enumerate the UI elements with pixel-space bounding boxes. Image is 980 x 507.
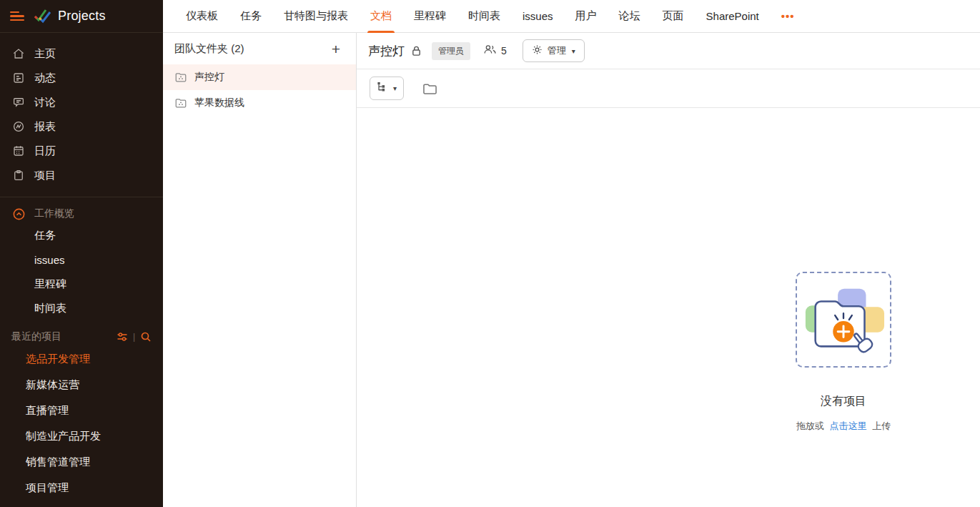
main-panel: 声控灯 管理员 5 管理 — [357, 33, 980, 507]
tab-pages[interactable]: 页面 — [663, 0, 684, 33]
sidebar-item-label: 动态 — [34, 72, 56, 85]
documents-toolbar: ▾ — [357, 69, 980, 108]
tab-tasks[interactable]: 任务 — [240, 0, 262, 33]
work-overview-header[interactable]: 工作概览 — [0, 205, 163, 223]
role-badge: 管理员 — [432, 42, 470, 60]
tab-sharepoint[interactable]: SharePoint — [706, 0, 759, 33]
app-root: Projects 主页 动态 — [0, 0, 980, 507]
members-button[interactable]: 5 — [483, 44, 507, 58]
header-divider: | — [133, 332, 135, 342]
document-header: 声控灯 管理员 5 管理 — [357, 33, 980, 69]
tab-milestones[interactable]: 里程碑 — [414, 0, 446, 33]
caret-down-icon: ▾ — [393, 84, 397, 92]
recent-project-item[interactable]: 直播管理 — [0, 398, 163, 423]
tree-view-icon — [377, 82, 387, 95]
sidebar-item-label: 项目 — [34, 169, 56, 182]
logo-row: Projects — [0, 0, 163, 33]
sidebar-item-label: 报表 — [34, 120, 56, 134]
sidebar-item-label: 讨论 — [34, 96, 56, 109]
recent-project-item[interactable]: 选品开发管理 — [0, 346, 163, 372]
top-nav: 仪表板 任务 甘特图与报表 文档 里程碑 时间表 issues 用户 论坛 页面… — [163, 0, 980, 33]
upload-drop-zone[interactable] — [796, 272, 891, 368]
sidebar: Projects 主页 动态 — [0, 0, 163, 507]
sidebar-item-reports[interactable]: 报表 — [0, 114, 163, 139]
gear-icon — [532, 44, 543, 57]
work-overview-item-issues[interactable]: issues — [0, 247, 163, 272]
recent-projects-header: 最近的项目 | — [0, 328, 163, 346]
filter-icon[interactable] — [117, 331, 128, 343]
recent-project-item[interactable]: 销售管道管理 — [0, 449, 163, 475]
sidebar-item-label: 日历 — [34, 144, 56, 158]
recent-project-item[interactable]: 项目管理 — [0, 475, 163, 501]
manage-label: 管理 — [548, 44, 566, 57]
empty-folder-illustration — [801, 277, 886, 362]
recent-projects-label: 最近的项目 — [11, 330, 61, 343]
recent-project-item[interactable]: 新媒体运营 — [0, 372, 163, 398]
hint-suffix: 上传 — [872, 420, 891, 431]
sidebar-item-label: 主页 — [34, 47, 56, 61]
team-folders-title: 团队文件夹 (2) — [174, 42, 327, 56]
tab-timesheet[interactable]: 时间表 — [468, 0, 500, 33]
lock-icon — [411, 45, 422, 56]
tab-users[interactable]: 用户 — [575, 0, 597, 33]
tab-issues[interactable]: issues — [523, 0, 553, 33]
tab-gantt-reports[interactable]: 甘特图与报表 — [284, 0, 348, 33]
sidebar-item-calendar[interactable]: 日历 — [0, 139, 163, 163]
users-icon — [483, 44, 497, 58]
member-count: 5 — [501, 45, 507, 56]
work-overview-section: 工作概览 任务 issues 里程碑 时间表 — [0, 197, 163, 320]
app-title: Projects — [58, 9, 106, 24]
sidebar-item-home[interactable]: 主页 — [0, 41, 163, 66]
recent-projects-list: 选品开发管理 新媒体运营 直播管理 制造业产品开发 销售管道管理 项目管理 — [0, 346, 163, 501]
sidebar-item-feed[interactable]: 动态 — [0, 66, 163, 90]
empty-state-hint: 拖放或 点击这里 上传 — [796, 420, 891, 433]
tab-documents[interactable]: 文档 — [370, 0, 392, 33]
folder-title: 声控灯 — [368, 43, 405, 59]
team-folders-panel: 团队文件夹 (2) + 声控灯 苹果数据线 — [163, 33, 357, 507]
reports-icon — [11, 119, 26, 134]
tab-dashboard[interactable]: 仪表板 — [186, 0, 218, 33]
manage-button[interactable]: 管理 ▾ — [523, 39, 585, 62]
projects-icon — [11, 168, 26, 182]
sidebar-item-discussion[interactable]: 讨论 — [0, 90, 163, 114]
collapse-circle-icon[interactable] — [11, 207, 26, 221]
discussion-icon — [11, 95, 26, 109]
team-folder-icon — [174, 71, 187, 84]
team-folder-item[interactable]: 声控灯 — [163, 64, 356, 90]
tree-view-select[interactable]: ▾ — [370, 77, 404, 100]
team-folder-item[interactable]: 苹果数据线 — [163, 90, 356, 116]
calendar-icon — [11, 144, 26, 158]
more-tabs-button[interactable]: ••• — [781, 10, 795, 22]
work-overview-label: 工作概览 — [34, 207, 74, 220]
tab-forums[interactable]: 论坛 — [619, 0, 640, 33]
work-overview-item-tasks[interactable]: 任务 — [0, 223, 163, 247]
empty-state-title: 没有项目 — [796, 394, 891, 409]
sidebar-main-nav: 主页 动态 讨论 — [0, 33, 163, 187]
team-folders-header: 团队文件夹 (2) + — [163, 33, 356, 64]
click-here-link[interactable]: 点击这里 — [830, 420, 867, 431]
recent-project-item[interactable]: 制造业产品开发 — [0, 423, 163, 449]
add-folder-button[interactable]: + — [327, 40, 345, 58]
sidebar-item-projects[interactable]: 项目 — [0, 163, 163, 187]
empty-state: 没有项目 拖放或 点击这里 上传 — [796, 272, 891, 433]
work-overview-item-timesheet[interactable]: 时间表 — [0, 296, 163, 320]
hamburger-menu-icon[interactable] — [10, 9, 24, 24]
caret-down-icon: ▾ — [572, 47, 575, 55]
home-icon — [11, 46, 26, 61]
team-folder-icon — [174, 97, 187, 109]
team-folder-name: 苹果数据线 — [194, 97, 244, 109]
search-icon[interactable] — [140, 331, 152, 343]
work-overview-item-milestones[interactable]: 里程碑 — [0, 272, 163, 296]
projects-logo-icon — [33, 8, 51, 25]
new-folder-icon[interactable] — [422, 82, 437, 95]
team-folder-name: 声控灯 — [194, 71, 224, 84]
hint-prefix: 拖放或 — [796, 420, 824, 431]
feed-icon — [11, 71, 26, 85]
